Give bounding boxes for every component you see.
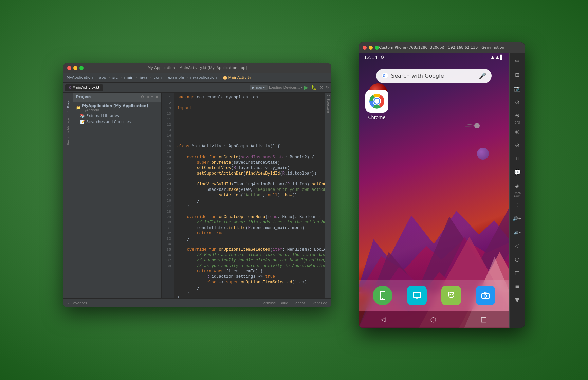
home-screen-content: Chrome bbox=[359, 83, 509, 280]
app-grid: Chrome bbox=[365, 90, 502, 120]
geny-tool-openapi[interactable]: ◈ bbox=[511, 180, 523, 192]
breadcrumb-myapplication[interactable]: myapplication bbox=[189, 75, 218, 80]
dock-phone-icon[interactable] bbox=[373, 286, 392, 305]
tree-item-external-libraries[interactable]: 📚 External Libraries bbox=[73, 113, 161, 119]
geny-tool-battery[interactable]: ◎ bbox=[511, 126, 523, 138]
bottom-tab-eventlog[interactable]: Event Log bbox=[308, 301, 329, 306]
geny-tool-gps[interactable]: ⊕ bbox=[511, 110, 523, 122]
ide-body: 1: Project Resource Manager Project ⚙ ⊞ … bbox=[63, 93, 331, 298]
tab-label: MainActivity.kt bbox=[72, 85, 99, 90]
geny-tool-vol-up[interactable]: 🔊+ bbox=[511, 213, 523, 225]
ide-right-tabs: 2: Structure bbox=[325, 93, 331, 298]
code-content[interactable]: package com.example.myapplication import… bbox=[174, 93, 325, 298]
code-line-4 bbox=[177, 111, 321, 116]
geny-tool-camera-capture[interactable]: 📷 bbox=[511, 83, 523, 95]
close-button[interactable] bbox=[67, 66, 71, 70]
mic-icon[interactable]: 🎤 bbox=[479, 72, 486, 79]
breadcrumb-com[interactable]: com bbox=[152, 75, 163, 80]
geny-close-button[interactable] bbox=[363, 46, 367, 50]
code-editor[interactable]: 1 2 3 10 11 12 13 14 15 16 1 bbox=[162, 93, 325, 298]
breadcrumb-app[interactable]: app bbox=[98, 75, 108, 80]
close-panel-icon[interactable]: ✕ bbox=[155, 95, 159, 99]
breadcrumb-example[interactable]: example bbox=[167, 75, 185, 80]
code-line-6 bbox=[177, 122, 321, 127]
bottom-tab-logcat[interactable]: Logcat bbox=[292, 301, 307, 306]
desktop: My Application – MainActivity.kt [My_App… bbox=[0, 0, 588, 380]
status-icons: ▲ ▲ ▌ bbox=[491, 55, 504, 60]
right-tab-structure[interactable]: 2: Structure bbox=[326, 93, 331, 115]
svg-rect-19 bbox=[413, 292, 421, 298]
tree-item-scratches[interactable]: 📝 Scratches and Consoles bbox=[73, 119, 161, 125]
geny-tool-network[interactable]: ≋ bbox=[511, 153, 523, 165]
gear-icon[interactable]: ⚙ bbox=[141, 95, 144, 99]
android-screen: 12:14 ⚙ ▲ ▲ ▌ G bbox=[359, 53, 509, 328]
sync-button[interactable]: ⟳ bbox=[326, 85, 329, 90]
breadcrumb-myapp[interactable]: MyApplication bbox=[65, 75, 94, 80]
code-line-14: setContentView(R.layout.activity_main) bbox=[177, 165, 321, 171]
dock-camera-icon[interactable] bbox=[476, 286, 495, 305]
build-button[interactable]: ⚒ bbox=[319, 85, 323, 90]
ide-left-panel: 1: Project Resource Manager bbox=[63, 93, 73, 298]
settings-icon[interactable]: ⊞ bbox=[146, 95, 149, 99]
code-line-35: else -> super.onOptionsItemSelected(item… bbox=[177, 279, 321, 285]
breadcrumb-main[interactable]: main bbox=[123, 75, 134, 80]
geny-tool-phone[interactable]: 💬 bbox=[511, 166, 523, 179]
geny-tool-openapi-label: OpenGAPI bbox=[514, 192, 521, 198]
code-line-13: super.onCreate(savedInstanceState) bbox=[177, 160, 321, 165]
app-icon-chrome[interactable]: Chrome bbox=[365, 90, 388, 120]
geny-tool-pointer[interactable]: ✏ bbox=[511, 55, 523, 68]
debug-button[interactable]: 🐛 bbox=[311, 85, 317, 90]
android-navbar: ◁ ○ □ bbox=[359, 311, 509, 328]
code-line-23: override fun onCreateOptionsMenu(menu: M… bbox=[177, 214, 321, 220]
tree-item-myapplication[interactable]: 📁 MyApplication [My Application] ~/Andro… bbox=[73, 103, 161, 113]
genymotion-window: Custom Phone (768x1280, 320dpi) - 192.16… bbox=[359, 42, 525, 328]
code-line-31: // automatically handle clicks on the Ho… bbox=[177, 258, 321, 263]
code-line-36: } bbox=[177, 285, 321, 290]
maximize-button[interactable] bbox=[79, 66, 84, 70]
geny-tool-recent[interactable]: □ bbox=[511, 267, 523, 279]
geny-tool-share[interactable]: ⋮ bbox=[511, 199, 523, 211]
nav-home-button[interactable]: ○ bbox=[430, 315, 436, 323]
geny-tool-location[interactable]: ⊙ bbox=[511, 96, 523, 108]
dock-messages-icon[interactable] bbox=[407, 286, 427, 305]
geny-tool-back[interactable]: ◁ bbox=[511, 240, 523, 252]
nav-recent-button[interactable]: □ bbox=[481, 315, 487, 323]
code-line-32: // as you specify a parent activity in A… bbox=[177, 263, 321, 269]
breadcrumb-mainactivity[interactable]: ⬤ MainActivity bbox=[222, 75, 253, 80]
project-header-icons: ⚙ ⊞ ≡ ✕ bbox=[141, 95, 159, 99]
run-bar: ▶ app ▾ Loading Devices... ▾ ▶ 🐛 ⚒ ⟳ bbox=[250, 84, 329, 91]
geny-tool-sensors[interactable]: ⊛ bbox=[511, 139, 523, 151]
geny-tool-home[interactable]: ○ bbox=[511, 253, 523, 266]
sidebar-item-resource-manager[interactable]: Resource Manager bbox=[66, 114, 71, 147]
dock-android-icon[interactable] bbox=[441, 286, 461, 305]
breadcrumb-src[interactable]: src bbox=[111, 75, 119, 80]
run-button[interactable]: ▶ bbox=[304, 84, 308, 91]
minimize-button[interactable] bbox=[73, 66, 77, 70]
nav-back-button[interactable]: ◁ bbox=[381, 315, 386, 323]
code-line-19: .setAction("Action", null).show() bbox=[177, 193, 321, 198]
tree-item-ext-label: External Libraries bbox=[86, 114, 119, 118]
geny-tool-notification[interactable]: ≡ bbox=[511, 281, 523, 293]
geny-maximize-button[interactable] bbox=[375, 46, 379, 50]
geny-titlebar: Custom Phone (768x1280, 320dpi) - 192.16… bbox=[359, 42, 525, 53]
sidebar-item-project[interactable]: 1: Project bbox=[66, 95, 71, 114]
search-bar[interactable]: G Search with Google 🎤 bbox=[376, 69, 492, 83]
traffic-lights bbox=[67, 66, 84, 70]
bottom-tab-build[interactable]: Build bbox=[278, 301, 290, 306]
geny-window-title: Custom Phone (768x1280, 320dpi) - 192.16… bbox=[379, 45, 504, 50]
code-line-10: class MainActivity : AppCompatActivity()… bbox=[177, 144, 321, 149]
project-panel-header: Project ⚙ ⊞ ≡ ✕ bbox=[73, 93, 161, 102]
geny-tool-grid[interactable]: ⊞ bbox=[511, 69, 523, 81]
svg-point-16 bbox=[374, 99, 379, 104]
ide-tab-bar: K MainActivity.kt ▶ app ▾ Loading Device… bbox=[63, 83, 331, 93]
tab-mainactivity[interactable]: K MainActivity.kt bbox=[65, 84, 103, 91]
breadcrumb-java[interactable]: java bbox=[138, 75, 149, 80]
loading-devices-text: Loading Devices... ▾ bbox=[269, 86, 303, 89]
geny-tool-scroll-down[interactable]: ▼ bbox=[511, 294, 523, 306]
geny-tool-vol-down[interactable]: 🔉- bbox=[511, 226, 523, 238]
bottom-tab-terminal[interactable]: Terminal bbox=[262, 301, 276, 305]
bottom-tab-favorites[interactable]: 2: Favorites bbox=[65, 301, 89, 306]
geny-minimize-button[interactable] bbox=[369, 46, 373, 50]
sort-icon[interactable]: ≡ bbox=[150, 95, 154, 99]
app-dropdown[interactable]: ▶ app ▾ bbox=[250, 85, 268, 90]
